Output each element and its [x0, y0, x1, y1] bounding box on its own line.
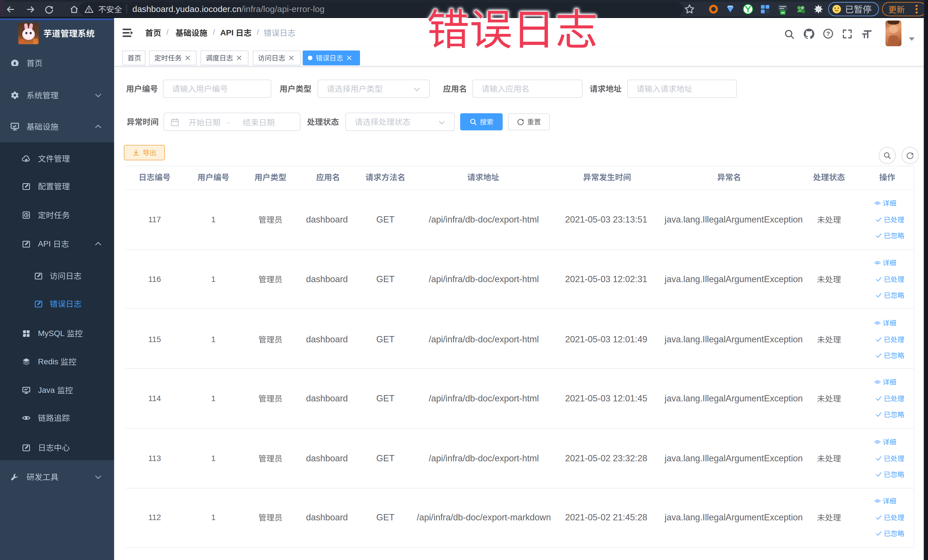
svg-text:on: on — [781, 11, 785, 14]
svg-text:?: ? — [826, 31, 830, 37]
